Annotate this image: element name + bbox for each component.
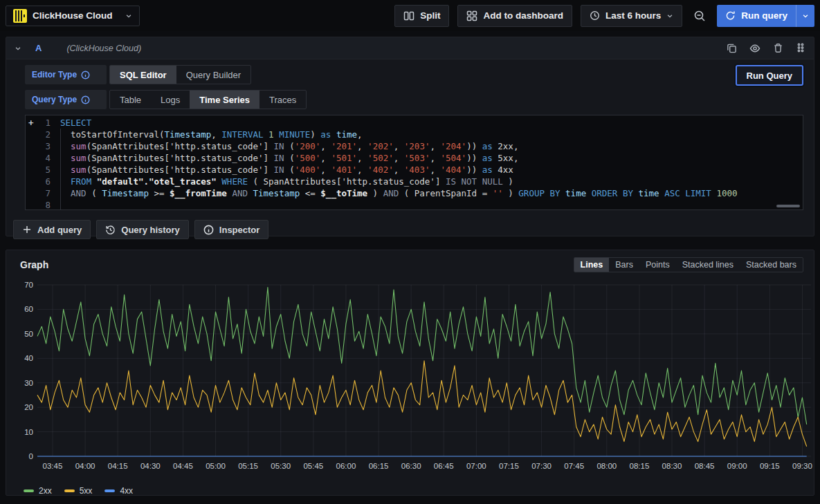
code-line[interactable]: 5 sum(SpanAttributes['http.status_code']… [26,164,803,176]
add-to-dashboard-label: Add to dashboard [483,10,563,21]
y-axis-tick: 50 [24,330,33,338]
code-line[interactable]: 7 AND ( Timestamp >= $__fromTime AND Tim… [26,187,803,199]
y-axis-tick: 20 [24,403,33,411]
code-line[interactable]: 3 sum(SpanAttributes['http.status_code']… [26,140,803,152]
x-axis-tick: 05:30 [271,462,291,470]
add-query-button[interactable]: Add query [13,220,91,239]
x-axis-tick: 08:45 [695,462,715,470]
run-query-dropdown[interactable] [796,5,814,27]
zoom-out-icon [693,10,706,22]
graph-mode-stacked-lines[interactable]: Stacked lines [676,258,740,272]
run-query-split-button[interactable]: Run query [717,5,814,27]
graph-mode-lines[interactable]: Lines [574,258,610,272]
code-line[interactable]: 8 [26,199,803,210]
info-icon[interactable] [81,71,90,80]
code-line[interactable]: 1+SELECT [26,117,803,129]
y-axis-tick: 10 [24,428,33,436]
legend-item-2xx[interactable]: 2xx [24,486,52,496]
legend-swatch [104,489,115,492]
time-range-picker[interactable]: Last 6 hours [581,5,682,27]
legend-label: 5xx [80,486,93,496]
disable-query-eye-icon[interactable] [749,43,760,54]
datasource-name: ClickHouse Cloud [33,10,120,21]
y-axis-tick: 0 [29,452,33,460]
query-row-header[interactable]: A (ClickHouse Cloud) [6,37,814,59]
query-history-label: Query history [121,225,180,235]
query-ref-id: A [35,43,42,53]
query-type-tab-traces[interactable]: Traces [259,91,306,109]
y-axis-tick: 30 [24,379,33,387]
x-axis-tick: 08:30 [662,462,682,470]
legend-label: 2xx [39,486,52,496]
run-query-panel-button[interactable]: Run Query [736,65,803,86]
y-axis-tick: 60 [24,305,33,313]
sql-editor[interactable]: 1+SELECT2 toStartOfInterval(Timestamp, I… [25,115,803,210]
query-type-row: Query Type Table Logs Time Series Traces [25,90,803,109]
code-line[interactable]: 2 toStartOfInterval(Timestamp, INTERVAL … [26,129,803,140]
collapse-chevron-icon[interactable] [15,45,21,52]
query-history-button[interactable]: Query history [96,220,189,239]
duplicate-query-icon[interactable] [727,43,737,54]
split-button[interactable]: Split [394,5,449,27]
query-footer-buttons: Add query Query history Inspector [13,220,814,239]
refresh-icon [725,10,736,21]
series-line-5xx [37,361,807,447]
x-axis-tick: 04:45 [173,462,193,470]
info-circle-icon [203,225,214,235]
code-line[interactable]: 6 FROM "default"."otel_traces" WHERE ( S… [26,176,803,187]
editor-type-option-query-builder[interactable]: Query Builder [176,66,250,84]
sql-code-lines: 1+SELECT2 toStartOfInterval(Timestamp, I… [26,117,803,210]
run-query-label: Run query [741,10,787,21]
legend-label: 4xx [120,486,133,496]
x-axis-tick: 08:15 [630,462,650,470]
x-axis-tick: 07:15 [499,462,519,470]
x-axis-tick: 04:30 [140,462,161,470]
x-axis-tick: 05:45 [303,462,323,470]
legend-item-5xx[interactable]: 5xx [64,486,93,496]
x-axis-tick: 06:45 [434,462,454,470]
query-type-tab-time-series[interactable]: Time Series [190,91,259,109]
graph-mode-points[interactable]: Points [639,258,676,272]
x-axis-tick: 09:15 [760,462,780,470]
datasource-picker[interactable]: ClickHouse Cloud [6,6,140,26]
x-axis-tick: 06:30 [401,462,421,470]
add-to-dashboard-button[interactable]: Add to dashboard [457,5,572,27]
query-editor-panel: A (ClickHouse Cloud) Editor Type SQL Edi… [6,37,814,236]
editor-type-toggle: SQL Editor Query Builder [109,65,251,84]
graph-mode-stacked-bars[interactable]: Stacked bars [740,258,803,272]
x-axis-tick: 09:30 [792,462,812,470]
legend-swatch [64,489,75,492]
info-icon[interactable] [81,95,90,104]
clickhouse-logo-icon [13,9,27,23]
delete-query-trash-icon[interactable] [773,43,783,54]
x-axis-tick: 06:00 [336,462,356,470]
editor-type-option-sql-editor[interactable]: SQL Editor [110,66,176,84]
graph-panel: Graph Lines Bars Points Stacked lines St… [6,250,814,496]
query-type-tab-logs[interactable]: Logs [151,91,190,109]
horizontal-scrollbar[interactable] [776,205,800,207]
add-query-label: Add query [37,225,82,235]
x-axis-tick: 04:00 [75,462,95,470]
time-range-label: Last 6 hours [605,10,661,21]
time-series-chart[interactable]: 01020304050607003:4504:0004:1504:3004:45… [17,275,803,483]
inspector-label: Inspector [219,225,260,235]
series-line-2xx [37,288,807,424]
graph-mode-bars[interactable]: Bars [609,258,639,272]
history-icon [105,225,116,235]
legend-item-4xx[interactable]: 4xx [104,486,133,496]
x-axis-tick: 07:00 [466,462,486,470]
graph-legend: 2xx5xx4xx [24,484,803,498]
clock-icon [590,10,600,21]
x-axis-tick: 05:00 [206,462,226,470]
dashboard-grid-icon [466,10,477,21]
plus-icon [22,225,32,234]
code-line[interactable]: 4 sum(SpanAttributes['http.status_code']… [26,152,803,164]
inspector-button[interactable]: Inspector [194,220,269,239]
zoom-out-time-button[interactable] [691,5,709,27]
split-icon [403,10,414,21]
x-axis-tick: 05:15 [238,462,258,470]
chevron-down-icon [666,12,673,19]
drag-handle-icon[interactable] [796,43,805,54]
query-type-label: Query Type [32,95,77,104]
query-type-tab-table[interactable]: Table [110,91,151,109]
